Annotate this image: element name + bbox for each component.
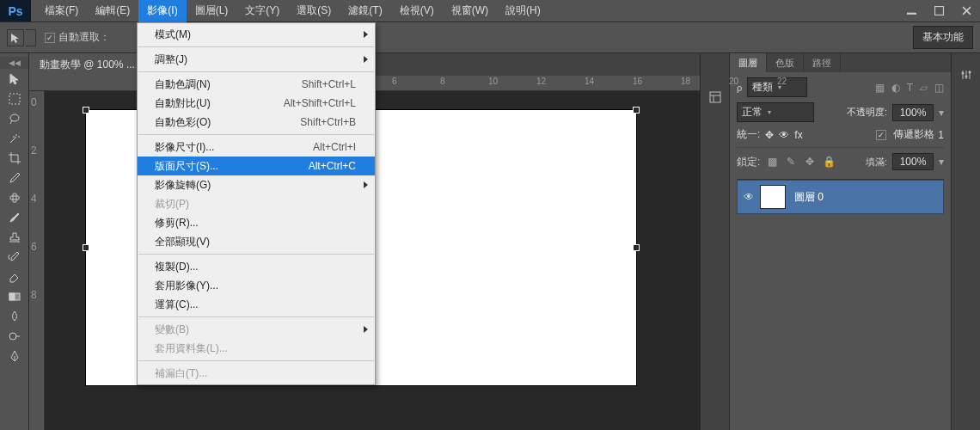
opacity-label: 不透明度:	[847, 106, 887, 119]
menu-item[interactable]: 版面尺寸(S)...Alt+Ctrl+C	[138, 157, 375, 175]
filter-pixel-icon[interactable]: ▦	[875, 82, 885, 94]
menu-window[interactable]: 視窗(W)	[443, 0, 497, 22]
close-icon[interactable]	[952, 0, 980, 22]
lock-all-icon[interactable]: 🔒	[822, 155, 836, 169]
layer-name[interactable]: 圖層 0	[794, 190, 824, 205]
menu-bar: 檔案(F) 編輯(E) 影像(I) 圖層(L) 文字(Y) 選取(S) 濾鏡(T…	[31, 0, 897, 22]
tab-paths[interactable]: 路徑	[804, 53, 841, 72]
menu-item: 補漏白(T)...	[138, 364, 375, 383]
wand-tool-icon[interactable]	[3, 129, 26, 148]
transform-handle[interactable]	[83, 107, 89, 114]
right-icon-strip	[951, 53, 980, 430]
menu-item[interactable]: 影像旋轉(G)	[138, 175, 375, 194]
menu-item[interactable]: 運算(C)...	[138, 295, 375, 314]
menu-item[interactable]: 自動色彩(O)Shift+Ctrl+B	[138, 113, 375, 132]
panel-icon[interactable]	[706, 88, 725, 107]
layer-row[interactable]: 👁 圖層 0	[737, 180, 944, 214]
tool-panel: ◀◀	[0, 53, 29, 430]
workspace-button[interactable]: 基本功能	[913, 26, 973, 49]
move-tool-preset-icon[interactable]	[7, 29, 24, 46]
menu-image[interactable]: 影像(I)	[138, 0, 186, 22]
filter-type-icon[interactable]: T	[907, 82, 913, 94]
ruler-tick: 2	[31, 144, 37, 157]
auto-select-checkbox[interactable]: ✓	[45, 33, 55, 43]
document-tab[interactable]: 動畫教學 @ 100% ...	[29, 53, 146, 77]
ruler-tick: 18	[681, 77, 690, 86]
gradient-tool-icon[interactable]	[3, 287, 26, 306]
svg-point-12	[968, 71, 971, 74]
menu-item[interactable]: 自動色調(N)Shift+Ctrl+L	[138, 75, 375, 94]
menu-item[interactable]: 套用影像(Y)...	[138, 276, 375, 295]
svg-rect-7	[9, 293, 15, 300]
tool-preset-dropdown[interactable]	[26, 29, 36, 46]
stamp-tool-icon[interactable]	[3, 228, 26, 247]
tab-layers[interactable]: 圖層	[730, 53, 767, 72]
menu-help[interactable]: 說明(H)	[497, 0, 549, 22]
filter-shape-icon[interactable]: ▱	[920, 82, 928, 94]
dodge-tool-icon[interactable]	[3, 327, 26, 346]
eraser-tool-icon[interactable]	[3, 267, 26, 286]
menu-file[interactable]: 檔案(F)	[36, 0, 87, 22]
brush-tool-icon[interactable]	[3, 208, 26, 227]
menu-layer[interactable]: 圖層(L)	[187, 0, 237, 22]
blur-tool-icon[interactable]	[3, 307, 26, 326]
ruler-tick: 4	[31, 193, 37, 205]
menu-select[interactable]: 選取(S)	[288, 0, 340, 22]
heal-tool-icon[interactable]	[3, 188, 26, 207]
menu-item[interactable]: 複製(D)...	[138, 257, 375, 276]
menu-item[interactable]: 影像尺寸(I)...Alt+Ctrl+I	[138, 138, 375, 157]
eyedropper-tool-icon[interactable]	[3, 169, 26, 187]
chevron-down-icon[interactable]: ▾	[939, 107, 944, 119]
pen-tool-icon[interactable]	[3, 347, 26, 366]
fill-value[interactable]: 100%	[892, 153, 934, 170]
history-brush-icon[interactable]	[3, 248, 26, 267]
layers-panel: 圖層 色版 路徑 ρ 種類▾ ▦ ◐ T ▱ ◫ 正常▾ 不透明度: 100% …	[729, 53, 951, 430]
menu-item: 裁切(P)	[138, 194, 375, 213]
menu-filter[interactable]: 濾鏡(T)	[340, 0, 390, 22]
collapse-icon[interactable]: ◀◀	[0, 57, 28, 69]
unify-position-icon[interactable]: ✥	[765, 129, 774, 141]
svg-rect-2	[9, 94, 20, 104]
lock-transparent-icon[interactable]: ▩	[765, 155, 779, 169]
lasso-tool-icon[interactable]	[3, 109, 26, 128]
menu-edit[interactable]: 編輯(E)	[87, 0, 138, 22]
maximize-icon[interactable]	[925, 0, 952, 22]
menu-view[interactable]: 檢視(V)	[391, 0, 443, 22]
propagate-checkbox[interactable]: ✓	[876, 130, 886, 140]
opacity-value[interactable]: 100%	[892, 104, 934, 121]
menu-item[interactable]: 修剪(R)...	[138, 213, 375, 232]
filter-smart-icon[interactable]: ◫	[934, 82, 944, 94]
filter-adjust-icon[interactable]: ◐	[891, 82, 900, 94]
marquee-tool-icon[interactable]	[3, 89, 26, 108]
menu-item[interactable]: 自動對比(U)Alt+Shift+Ctrl+L	[138, 94, 375, 113]
panel-settings-icon[interactable]	[957, 65, 976, 84]
menu-item[interactable]: 模式(M)	[138, 25, 375, 44]
transform-handle[interactable]	[83, 244, 89, 251]
lock-paint-icon[interactable]: ✎	[784, 155, 798, 169]
lock-position-icon[interactable]: ✥	[803, 155, 817, 169]
svg-rect-1	[934, 7, 943, 15]
blend-mode-select[interactable]: 正常▾	[737, 102, 814, 122]
propagate-count: 1	[938, 129, 944, 141]
transform-handle[interactable]	[633, 107, 640, 114]
move-tool-icon[interactable]	[3, 70, 26, 89]
transform-handle[interactable]	[633, 244, 640, 251]
svg-point-3	[10, 114, 19, 121]
svg-rect-0	[907, 13, 916, 15]
ruler-tick: 6	[31, 241, 37, 253]
menu-type[interactable]: 文字(Y)	[236, 0, 288, 22]
menu-item: 套用資料集(L)...	[138, 339, 375, 358]
unify-visibility-icon[interactable]: 👁	[779, 129, 789, 141]
menu-item: 變數(B)	[138, 320, 375, 339]
visibility-icon[interactable]: 👁	[738, 191, 760, 203]
unify-style-icon[interactable]: fx	[794, 129, 802, 141]
crop-tool-icon[interactable]	[3, 149, 26, 168]
propagate-label: 傳遞影格	[893, 127, 934, 142]
menu-item[interactable]: 調整(J)	[138, 50, 375, 69]
minimize-icon[interactable]	[897, 0, 925, 22]
ruler-tick: 8	[440, 77, 445, 86]
chevron-down-icon[interactable]: ▾	[939, 156, 944, 168]
tab-channels[interactable]: 色版	[767, 53, 804, 72]
layer-thumbnail[interactable]	[760, 185, 786, 209]
menu-item[interactable]: 全部顯現(V)	[138, 232, 375, 251]
